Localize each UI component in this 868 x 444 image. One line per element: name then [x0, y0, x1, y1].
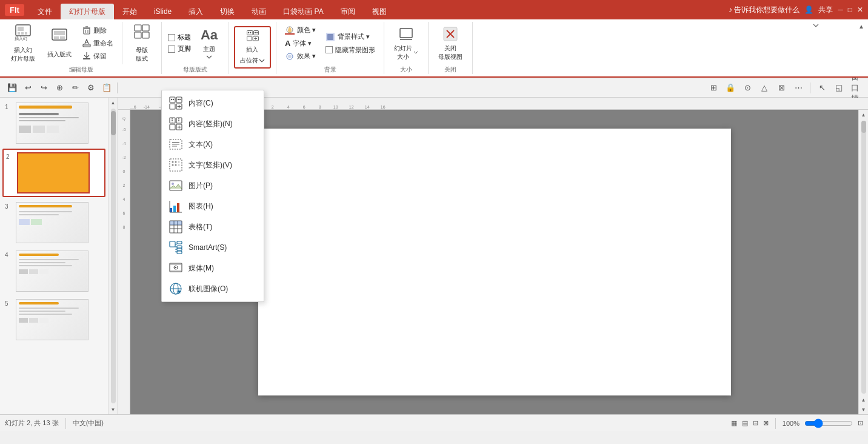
theme-btn[interactable]: Aa 主题 — [195, 22, 224, 64]
menu-item-text-v-label: 文字(竖排)(V) — [189, 160, 232, 170]
menu-item-online[interactable]: 联机图像(O) — [162, 278, 264, 299]
footer-checkbox[interactable] — [168, 45, 175, 53]
bg-expand-icon[interactable] — [812, 22, 820, 31]
tab-start[interactable]: 开始 — [114, 4, 145, 19]
scroll-thumb[interactable] — [111, 111, 116, 135]
delete-btn[interactable]: 删除 — [79, 25, 117, 36]
tab-view[interactable]: 视图 — [364, 4, 395, 19]
multiwindow-btn[interactable]: 多窗口模式 — [849, 81, 863, 95]
more-btn[interactable]: ⋯ — [791, 81, 806, 95]
slide-item-1[interactable]: 1 — [2, 100, 105, 146]
account-icon[interactable]: 👤 — [804, 5, 813, 14]
canvas-scroll-up[interactable]: ▲ — [859, 110, 869, 119]
cursor-btn[interactable]: ↖ — [815, 81, 829, 95]
menu-item-table[interactable]: 表格(T) — [162, 217, 264, 237]
svg-rect-101 — [170, 263, 182, 265]
view-normal-btn[interactable]: ▦ — [731, 419, 737, 427]
menu-item-content[interactable]: 内容(C) — [162, 93, 264, 113]
scroll-down-btn[interactable]: ▼ — [109, 405, 118, 414]
font-btn[interactable]: A 字体 ▾ — [281, 38, 319, 49]
slide-item-4[interactable]: 4 — [2, 248, 105, 294]
insert-placeholder-btn[interactable]: 插入 占位符 — [234, 26, 271, 69]
insert-layout-btn[interactable]: 插入版式 — [42, 22, 76, 64]
title-bar: FIt 文件 幻灯片母版 开始 iSlide 插入 切换 动画 口袋动画 PA … — [0, 0, 868, 19]
effect-btn[interactable]: 效果 ▾ — [281, 50, 319, 62]
menu-item-chart[interactable]: 图表(H) — [162, 196, 264, 217]
footer-checkbox-row[interactable]: 页脚 — [167, 44, 192, 54]
grid-btn[interactable]: ⊞ — [706, 81, 721, 95]
restore-btn[interactable]: □ — [848, 5, 852, 14]
canvas-scroll-down-top[interactable]: ▲ — [859, 395, 869, 405]
canvas-scroll-thumb[interactable] — [861, 121, 866, 133]
minimize-btn[interactable]: ─ — [838, 5, 843, 14]
rename-btn[interactable]: 重命名 — [79, 38, 117, 49]
menu-item-text-label: 文本(X) — [189, 140, 213, 150]
menu-item-image[interactable]: 图片(P) — [162, 175, 264, 196]
insert-slidemaster-btn[interactable]: 插入幻 插入幻灯片母版 — [6, 22, 40, 64]
tab-slidemaster[interactable]: 幻灯片母版 — [61, 4, 114, 19]
scroll-up-btn[interactable]: ▲ — [109, 98, 118, 107]
clipboard-btn[interactable]: 📋 — [99, 81, 114, 95]
svg-point-72 — [172, 161, 174, 163]
redo-btn[interactable]: ↪ — [36, 81, 51, 95]
ruler-mark: 6 — [296, 105, 312, 109]
title-checkbox[interactable] — [168, 34, 175, 41]
tab-insert[interactable]: 插入 — [180, 4, 212, 19]
slide-item-5[interactable]: 5 — [2, 297, 105, 343]
zoom-slider[interactable] — [804, 419, 853, 428]
collapse-ribbon-btn[interactable]: ▲ — [857, 22, 866, 31]
tab-review[interactable]: 审阅 — [332, 4, 364, 19]
svg-rect-9 — [60, 36, 65, 39]
view-slide-btn[interactable]: ⊟ — [753, 419, 758, 427]
window-btn[interactable]: ◱ — [832, 81, 846, 95]
bg-style-btn[interactable]: 背景样式 ▾ — [322, 31, 379, 43]
slide-item-3[interactable]: 3 — [2, 200, 105, 246]
tab-file[interactable]: 文件 — [29, 4, 61, 19]
tab-transition[interactable]: 切换 — [212, 4, 243, 19]
help-label[interactable]: ♪ 告诉我你想要做什么 — [729, 5, 800, 15]
hide-bg-btn[interactable]: 隐藏背景图形 — [322, 44, 379, 56]
fit-btn[interactable]: ⊡ — [858, 419, 863, 427]
view-reading-btn[interactable]: ⊠ — [763, 419, 769, 427]
view-outline-btn[interactable]: ▤ — [742, 419, 748, 427]
svg-point-58 — [172, 120, 173, 121]
close-master-btn[interactable]: 关闭母版视图 — [433, 22, 467, 64]
lock-btn[interactable]: 🔒 — [723, 81, 738, 95]
tab-pocketanim[interactable]: 口袋动画 PA — [275, 4, 332, 19]
menu-item-media[interactable]: 媒体(M) — [162, 258, 264, 278]
svg-point-73 — [172, 164, 174, 166]
color-btn[interactable]: 颜色 ▾ — [281, 24, 319, 36]
menu-item-smartart[interactable]: SmartArt(S) — [162, 237, 264, 258]
monitor-btn[interactable]: ⊕ — [52, 81, 67, 95]
preserve-btn[interactable]: 保留 — [79, 50, 117, 62]
triangle-btn[interactable]: △ — [757, 81, 772, 95]
box-btn[interactable]: ⊠ — [774, 81, 789, 95]
undo-btn[interactable]: ↩ — [21, 81, 35, 95]
circle-btn[interactable]: ⊙ — [740, 81, 755, 95]
hide-bg-checkbox[interactable] — [326, 46, 333, 53]
pen-btn[interactable]: ✏ — [68, 81, 82, 95]
svg-point-37 — [288, 55, 292, 58]
title-checkbox-row[interactable]: 标题 — [167, 32, 192, 42]
close-btn[interactable]: ✕ — [857, 5, 863, 14]
status-bar: 幻灯片 2, 共 13 张 中文(中国) ▦ ▤ ⊟ ⊠ 100% ⊡ — [0, 414, 868, 431]
share-label[interactable]: 共享 — [818, 5, 833, 15]
menu-item-text-v[interactable]: 文字(竖排)(V) — [162, 155, 264, 175]
tab-islide[interactable]: iSlide — [145, 4, 180, 19]
svg-point-57 — [172, 118, 173, 119]
menu-item-text[interactable]: 文本(X) — [162, 134, 264, 155]
svg-point-61 — [178, 118, 179, 119]
svg-rect-80 — [170, 208, 172, 212]
tab-animation[interactable]: 动画 — [243, 4, 275, 19]
slide-panel-scrollbar: ▲ ▼ — [108, 98, 118, 414]
menu-item-content-v[interactable]: 内容(竖排)(N) — [162, 113, 264, 134]
settings-btn[interactable]: ⚙ — [84, 81, 98, 95]
canvas-scroll-down[interactable]: ▼ — [859, 405, 869, 414]
group-master-layout: 标题 页脚 Aa 主题 母版版式 — [162, 22, 229, 74]
slide-size-btn[interactable]: 幻灯片大小 — [389, 22, 423, 64]
save-btn[interactable]: 💾 — [5, 81, 19, 95]
master-layout-btn[interactable]: 母版版式 — [127, 22, 156, 64]
slide-size-icon — [398, 25, 415, 42]
ruler-mark: 10 — [328, 105, 344, 109]
slide-item-2[interactable]: 2 — [2, 149, 105, 197]
